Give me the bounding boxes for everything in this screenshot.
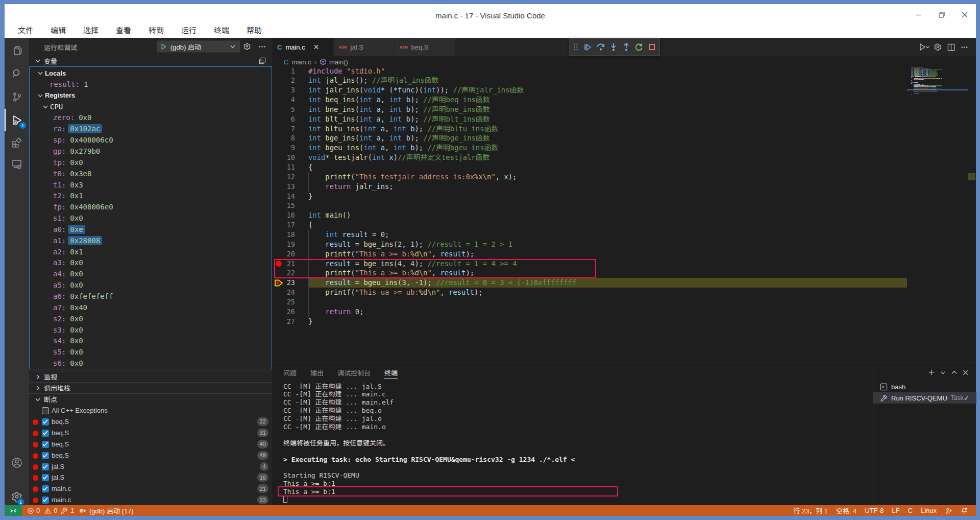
- variable-gp[interactable]: gp:0x279b0: [30, 146, 270, 157]
- encoding-status[interactable]: UTF-8: [861, 505, 888, 516]
- menu-查看[interactable]: 查看: [107, 23, 140, 36]
- variable-s1[interactable]: s1:0x0: [30, 212, 270, 224]
- tab-main.c[interactable]: Cmain.c✕: [272, 38, 334, 56]
- indentation-status[interactable]: 空格: 4: [832, 505, 861, 516]
- breakpoint-jal.S-16[interactable]: jal.S16: [29, 472, 272, 483]
- activity-accounts[interactable]: [5, 452, 29, 474]
- more-actions-icon[interactable]: [256, 40, 268, 53]
- breakpoint-checkbox[interactable]: [42, 497, 49, 504]
- panel-tab-问题[interactable]: 问题: [283, 363, 297, 382]
- activity-remote-explorer[interactable]: [5, 153, 29, 175]
- breakpoint-checkbox[interactable]: [42, 452, 49, 459]
- breakpoint-checkbox[interactable]: [42, 463, 49, 470]
- menu-终端[interactable]: 终端: [205, 23, 238, 36]
- debug-session-status[interactable]: (gdb) 启动 (17): [79, 505, 134, 516]
- editor-more-actions-icon[interactable]: [958, 40, 971, 54]
- breakpoint-beq.S-22[interactable]: beq.S22: [29, 416, 272, 428]
- remote-indicator[interactable]: [5, 505, 22, 516]
- code-editor[interactable]: 1#include "stdio.h"2int jal_ins(); //声明j…: [272, 67, 976, 363]
- split-editor-icon[interactable]: [944, 40, 958, 54]
- variable-sp[interactable]: sp:0x408006c0: [30, 134, 270, 146]
- debug-stop-button[interactable]: [645, 40, 658, 54]
- feedback-icon[interactable]: [941, 505, 957, 516]
- panel-tab-输出[interactable]: 输出: [310, 363, 324, 382]
- breakpoint-beq.S-31[interactable]: beq.S31: [29, 428, 272, 439]
- breakpoint-checkbox[interactable]: [42, 485, 49, 492]
- variables-section-header[interactable]: 变量: [29, 55, 272, 66]
- breakpoints-section-header[interactable]: 断点: [29, 393, 272, 405]
- variable-a3[interactable]: a3:0x0: [30, 257, 270, 268]
- call-stack-section-header[interactable]: 调用堆栈: [29, 382, 272, 393]
- tab-jal.S[interactable]: ASMjal.S: [334, 38, 395, 56]
- debug-continue-button[interactable]: [581, 40, 594, 54]
- variable-a6[interactable]: a6:0xfefefeff: [30, 291, 270, 302]
- breakpoint-checkbox[interactable]: [42, 474, 49, 481]
- breakpoint-jal.S-4[interactable]: jal.S4: [29, 461, 272, 472]
- breakpoint-checkbox[interactable]: [42, 441, 49, 448]
- editor-gear-icon[interactable]: [931, 40, 944, 54]
- notifications-bell-icon[interactable]: [957, 505, 972, 516]
- cursor-position-status[interactable]: 行 23，列 1: [789, 505, 832, 516]
- collapse-all-icon[interactable]: [258, 57, 266, 65]
- running-tasks-status[interactable]: 1: [60, 505, 74, 516]
- menu-帮助[interactable]: 帮助: [238, 23, 271, 36]
- variable-ra[interactable]: ra:0x102ac: [30, 123, 270, 134]
- variable-zero[interactable]: zero:0x0: [30, 112, 270, 123]
- language-status[interactable]: C: [904, 505, 917, 516]
- debug-restart-button[interactable]: [632, 40, 645, 54]
- activity-search[interactable]: [5, 62, 29, 85]
- variables-scope-Locals[interactable]: Locals: [30, 67, 270, 79]
- activity-explorer[interactable]: [5, 40, 29, 62]
- variable-s4[interactable]: s4:0x0: [30, 335, 270, 346]
- variable-a1[interactable]: a1:0x28008: [30, 235, 270, 246]
- variable-t1[interactable]: t1:0x3: [30, 179, 270, 191]
- variable-s6[interactable]: s6:0x0: [30, 358, 270, 369]
- breadcrumb[interactable]: C main.c › main(): [272, 56, 976, 67]
- variable-a4[interactable]: a4:0x0: [30, 268, 270, 279]
- eol-status[interactable]: LF: [888, 505, 903, 516]
- watch-section-header[interactable]: 监视: [29, 371, 272, 382]
- activity-source-control[interactable]: [5, 86, 29, 108]
- activity-extensions[interactable]: [5, 131, 29, 154]
- variable-a5[interactable]: a5:0x0: [30, 279, 270, 291]
- variable-s5[interactable]: s5:0x0: [30, 346, 270, 358]
- menu-文件[interactable]: 文件: [9, 23, 42, 36]
- restore-button[interactable]: [930, 7, 953, 22]
- close-button[interactable]: [953, 7, 976, 22]
- panel-tab-调试控制台[interactable]: 调试控制台: [337, 363, 371, 382]
- tab-beq.S[interactable]: ASMbeq.S: [395, 38, 455, 56]
- minimize-button[interactable]: [907, 7, 930, 22]
- launch-config-dropdown[interactable]: (gdb) 启动: [157, 40, 240, 53]
- variables-scope-CPU[interactable]: CPU: [30, 101, 270, 112]
- remote-os-status[interactable]: Linux: [917, 505, 941, 516]
- variable-t0[interactable]: t0:0x3e8: [30, 168, 270, 179]
- debug-step-out-button[interactable]: [620, 40, 632, 54]
- variable-s2[interactable]: s2:0x0: [30, 313, 270, 324]
- breakpoint-main.c-23[interactable]: main.c23: [29, 494, 272, 505]
- variable-a2[interactable]: a2:0x1: [30, 246, 270, 257]
- close-tab-icon[interactable]: ✕: [311, 43, 322, 51]
- breakpoint-all-cpp-exceptions[interactable]: All C++ Exceptions: [29, 405, 272, 416]
- debug-step-over-button[interactable]: [594, 40, 607, 54]
- menu-运行[interactable]: 运行: [173, 23, 205, 36]
- terminal-list-bash[interactable]: bash: [873, 381, 976, 392]
- breakpoint-checkbox[interactable]: [42, 418, 49, 426]
- variable-t2[interactable]: t2:0x1: [30, 190, 270, 201]
- debug-step-into-button[interactable]: [607, 40, 620, 54]
- variable-result[interactable]: result:1: [30, 79, 270, 90]
- variable-a7[interactable]: a7:0x40: [30, 302, 270, 313]
- variable-fp[interactable]: fp:0x408006e0: [30, 201, 270, 212]
- breakpoint-beq.S-40[interactable]: beq.S40: [29, 439, 272, 450]
- minimap[interactable]: [907, 67, 968, 363]
- menu-转到[interactable]: 转到: [140, 23, 173, 36]
- variable-tp[interactable]: tp:0x0: [30, 157, 270, 168]
- variable-s3[interactable]: s3:0x0: [30, 324, 270, 336]
- panel-tab-终端[interactable]: 终端: [384, 363, 398, 382]
- breakpoint-main.c-21[interactable]: main.c21: [29, 483, 272, 494]
- menu-编辑[interactable]: 编辑: [42, 23, 75, 36]
- exception-checkbox[interactable]: [42, 407, 49, 414]
- breakpoint-checkbox[interactable]: [42, 430, 49, 437]
- variable-a0[interactable]: a0:0xe: [30, 224, 270, 235]
- breakpoint-beq.S-49[interactable]: beq.S49: [29, 450, 272, 461]
- problems-status[interactable]: 0 0: [27, 505, 57, 516]
